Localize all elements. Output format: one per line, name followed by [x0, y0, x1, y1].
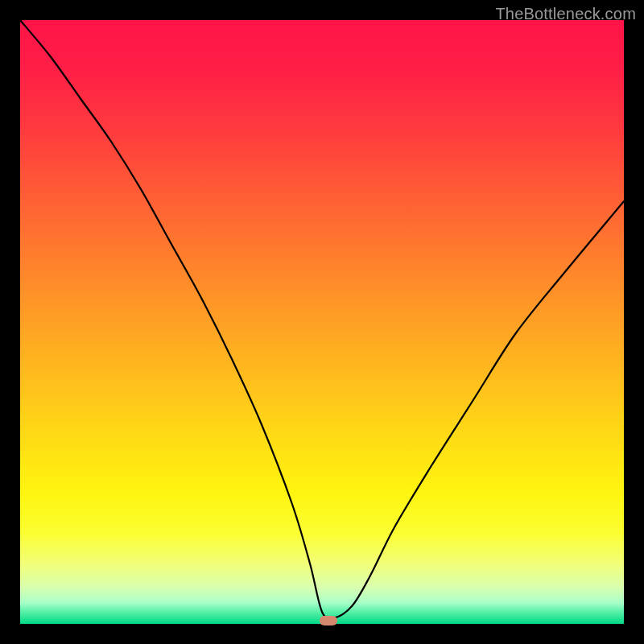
- plot-area: [20, 20, 624, 624]
- bottleneck-curve: [20, 20, 624, 619]
- curve-svg: [20, 20, 624, 624]
- chart-container: TheBottleneck.com: [0, 0, 644, 644]
- vertex-marker: [320, 616, 337, 625]
